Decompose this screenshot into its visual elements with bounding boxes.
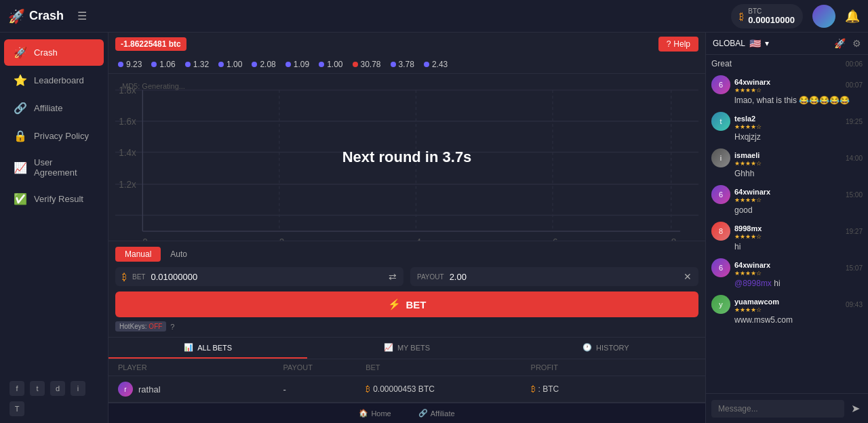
chat-input-area: ➤ <box>706 393 868 423</box>
player-avatar: r <box>118 382 133 397</box>
bet-area: Manual Auto ₿ BET ⇄ PAYOUT ✕ <box>108 241 705 337</box>
tab-history[interactable]: 🕐 HISTORY <box>507 338 705 359</box>
history-item-2[interactable]: 1.32 <box>185 60 209 69</box>
history-item-0[interactable]: 9.23 <box>118 60 142 69</box>
chat-settings-icon[interactable]: ⚙ <box>852 38 861 49</box>
crash-badge: -1.86225481 btc <box>115 37 186 51</box>
payout-cell: - <box>283 384 366 395</box>
payout-input[interactable] <box>450 272 678 282</box>
profit-btc-icon: ₿ <box>531 384 536 394</box>
bet-inputs: ₿ BET ⇄ PAYOUT ✕ <box>115 267 698 286</box>
sidebar-item-user-agreement[interactable]: 📈 User Agreement <box>4 150 104 184</box>
chat-header: GLOBAL 🇺🇸 ▾ 🚀 ⚙ <box>706 33 868 55</box>
chat-input[interactable] <box>711 400 844 418</box>
help-button[interactable]: ? Help <box>658 37 698 52</box>
history-item-6[interactable]: 1.00 <box>319 60 342 69</box>
bets-section: 📊 ALL BETS 📈 MY BETS 🕐 HISTORY PLAYER PA… <box>108 337 705 403</box>
tab-my-bets[interactable]: 📈 MY BETS <box>307 338 506 359</box>
chat-avatar-4: 6 <box>711 185 730 204</box>
bottom-nav-affiliate[interactable]: 🔗 Affiliate <box>418 409 455 418</box>
chat-send-button[interactable]: ➤ <box>848 399 863 418</box>
manual-tab[interactable]: Manual <box>115 247 161 262</box>
chat-user-info-6: 64xwinarx ★★★★☆ <box>734 260 770 277</box>
sidebar-social: f t d i T <box>0 374 108 423</box>
sidebar-ua-label: User Agreement <box>34 157 94 178</box>
chat-time-7: 09:43 <box>846 301 863 308</box>
game-area: -1.86225481 btc ? Help 9.23 1.06 <box>108 33 705 403</box>
player-name: rathal <box>138 384 161 395</box>
chat-rocket-icon[interactable]: 🚀 <box>834 38 846 49</box>
verify-icon: ✅ <box>14 193 27 205</box>
all-bets-icon: 📊 <box>184 343 193 352</box>
sidebar-verify-label: Verify Result <box>34 194 83 204</box>
history-dot-6 <box>319 62 324 67</box>
help-icon: ? <box>667 39 671 49</box>
menu-icon[interactable]: ☰ <box>77 9 87 22</box>
dropdown-icon[interactable]: ▾ <box>765 39 769 48</box>
sidebar-item-privacy[interactable]: 🔒 Privacy Policy <box>4 123 104 149</box>
bell-icon[interactable]: 🔔 <box>845 9 860 24</box>
avatar-button[interactable] <box>812 5 835 28</box>
history-bar: 9.23 1.06 1.32 1.00 2.08 <box>108 56 705 74</box>
logo-title: Crash <box>29 9 64 23</box>
bet-amount: 0.00000453 BTC <box>373 384 435 394</box>
svg-text:8: 8 <box>671 237 676 241</box>
btc-label: BTC <box>748 7 795 15</box>
history-item-3[interactable]: 1.00 <box>218 60 242 69</box>
header-bet: BET <box>366 363 530 371</box>
history-label: HISTORY <box>596 344 629 352</box>
bet-input[interactable] <box>151 272 383 282</box>
chat-time-3: 14:00 <box>846 155 863 162</box>
facebook-icon[interactable]: f <box>9 381 24 396</box>
btc-icon: ₿ <box>739 11 744 22</box>
history-item-9[interactable]: 2.43 <box>424 60 448 69</box>
sidebar-item-leaderboard[interactable]: ⭐ Leaderboard <box>4 67 104 94</box>
svg-text:1.4x: 1.4x <box>119 148 136 158</box>
sidebar-item-affiliate[interactable]: 🔗 Affiliate <box>4 95 104 121</box>
bottom-nav-home[interactable]: 🏠 Home <box>359 409 391 418</box>
chat-user-info-4: 64xwinarx ★★★★☆ <box>734 186 770 203</box>
history-item-1[interactable]: 1.06 <box>151 60 175 69</box>
twitch-icon[interactable]: T <box>9 401 24 416</box>
chat-message-0: Great 00:06 <box>711 59 863 68</box>
table-row: r rathal - ₿ 0.00000453 BTC ₿ : BTC <box>108 376 705 403</box>
twitter-icon[interactable]: t <box>30 381 45 396</box>
history-icon: 🕐 <box>583 343 592 352</box>
bets-table-header: PLAYER PAYOUT BET PROFIT <box>108 359 705 376</box>
bet-arrows[interactable]: ⇄ <box>389 271 397 282</box>
chat-text-2: Hxqjzjz <box>711 132 863 142</box>
history-item-5[interactable]: 1.09 <box>285 60 309 69</box>
chat-user-row-6: 6 64xwinarx ★★★★☆ 15:07 <box>711 258 863 277</box>
payout-clear[interactable]: ✕ <box>684 271 692 282</box>
sidebar-item-verify[interactable]: ✅ Verify Result <box>4 186 104 212</box>
history-item-4[interactable]: 2.08 <box>252 60 275 69</box>
chat-text-5: hi <box>711 242 863 251</box>
home-label: Home <box>371 409 391 418</box>
history-item-7[interactable]: 30.78 <box>353 60 381 69</box>
chat-avatar-2: t <box>711 112 730 131</box>
chat-user-info-7: yuamawcom ★★★★☆ <box>734 296 779 313</box>
crash-icon: 🚀 <box>14 46 27 59</box>
chat-avatar-6: 6 <box>711 258 730 277</box>
global-label: GLOBAL <box>713 39 745 48</box>
auto-tab[interactable]: Auto <box>161 247 197 262</box>
sidebar-leaderboard-label: Leaderboard <box>34 75 84 85</box>
chat-stars-6: ★★★★☆ <box>734 270 770 277</box>
header-profit: PROFIT <box>531 363 696 371</box>
tab-all-bets[interactable]: 📊 ALL BETS <box>108 338 307 359</box>
chat-stars-7: ★★★★☆ <box>734 306 779 313</box>
history-dot-5 <box>285 62 291 67</box>
chat-username-4: 64xwinarx <box>734 188 770 196</box>
instagram-icon[interactable]: i <box>71 381 85 396</box>
discord-icon[interactable]: d <box>50 381 65 396</box>
help-label: Help <box>673 39 690 49</box>
my-bets-icon: 📈 <box>384 343 393 352</box>
header-payout: PAYOUT <box>283 363 366 371</box>
history-item-8[interactable]: 3.78 <box>391 60 414 69</box>
sidebar-item-crash[interactable]: 🚀 Crash <box>4 39 104 66</box>
chat-user-row-2: t tesla2 ★★★★☆ 19:25 <box>711 112 863 131</box>
chat-text-0: Great <box>711 59 732 68</box>
bet-button[interactable]: ⚡ BET <box>115 291 698 317</box>
hotkeys-question[interactable]: ? <box>170 323 174 331</box>
history-dot-1 <box>151 62 157 67</box>
